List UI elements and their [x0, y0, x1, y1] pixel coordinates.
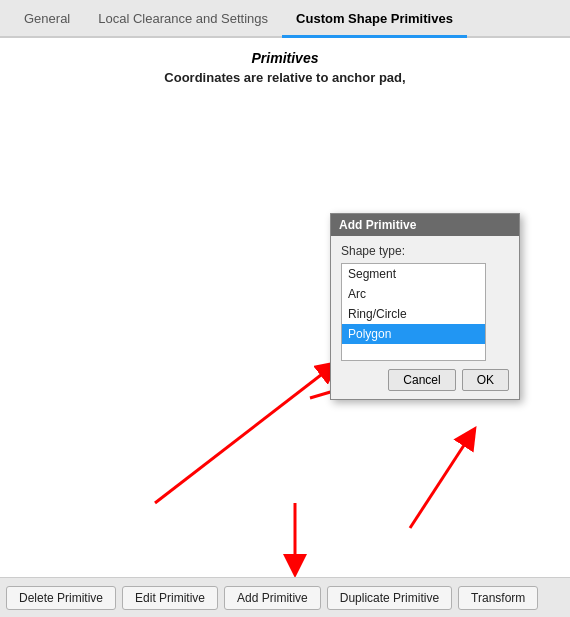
svg-line-2 [410, 436, 470, 528]
add-primitive-dialog: Add Primitive Shape type: Segment Arc Ri… [330, 213, 520, 400]
tab-general[interactable]: General [10, 0, 84, 36]
shape-item-polygon[interactable]: Polygon [342, 324, 485, 344]
bottom-toolbar: Delete Primitive Edit Primitive Add Prim… [0, 577, 570, 617]
transform-button[interactable]: Transform [458, 586, 538, 610]
tab-custom-shape[interactable]: Custom Shape Primitives [282, 2, 467, 38]
dialog-title-bar: Add Primitive [331, 214, 519, 236]
shape-type-label: Shape type: [341, 244, 509, 258]
shape-item-segment[interactable]: Segment [342, 264, 485, 284]
ok-button[interactable]: OK [462, 369, 509, 391]
tab-bar: General Local Clearance and Settings Cus… [0, 0, 570, 38]
shape-item-arc[interactable]: Arc [342, 284, 485, 304]
section-title: Primitives [0, 50, 570, 66]
section-subtitle: Coordinates are relative to anchor pad, [0, 70, 570, 85]
cancel-button[interactable]: Cancel [388, 369, 455, 391]
dialog-buttons: Cancel OK [341, 369, 509, 391]
edit-primitive-button[interactable]: Edit Primitive [122, 586, 218, 610]
tab-local-clearance[interactable]: Local Clearance and Settings [84, 0, 282, 36]
svg-line-1 [155, 368, 330, 503]
shape-item-ring-circle[interactable]: Ring/Circle [342, 304, 485, 324]
shape-list[interactable]: Segment Arc Ring/Circle Polygon [341, 263, 486, 361]
main-content: Primitives Coordinates are relative to a… [0, 38, 570, 577]
dialog-body: Shape type: Segment Arc Ring/Circle Poly… [331, 236, 519, 399]
add-primitive-button[interactable]: Add Primitive [224, 586, 321, 610]
duplicate-primitive-button[interactable]: Duplicate Primitive [327, 586, 452, 610]
delete-primitive-button[interactable]: Delete Primitive [6, 586, 116, 610]
